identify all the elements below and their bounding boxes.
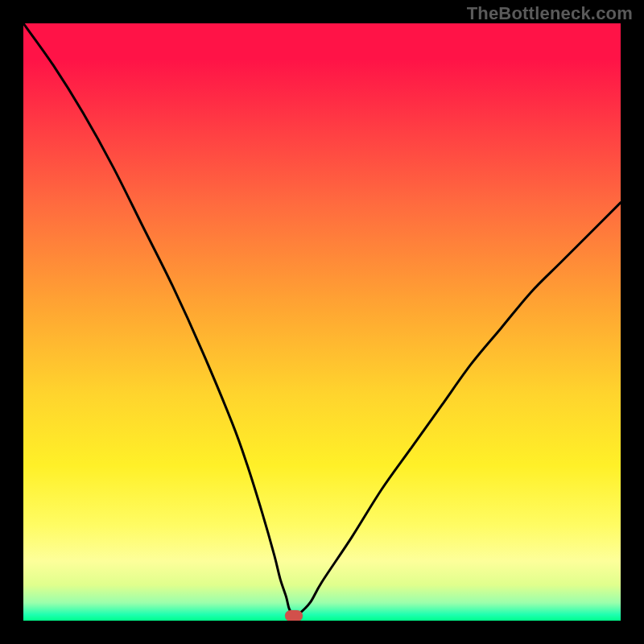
- bottleneck-curve: [23, 23, 621, 617]
- frame: TheBottleneck.com: [0, 0, 644, 644]
- optimal-point-marker: [285, 610, 303, 621]
- watermark-label: TheBottleneck.com: [467, 3, 633, 24]
- plot-area: [23, 23, 621, 621]
- curve-layer: [23, 23, 621, 621]
